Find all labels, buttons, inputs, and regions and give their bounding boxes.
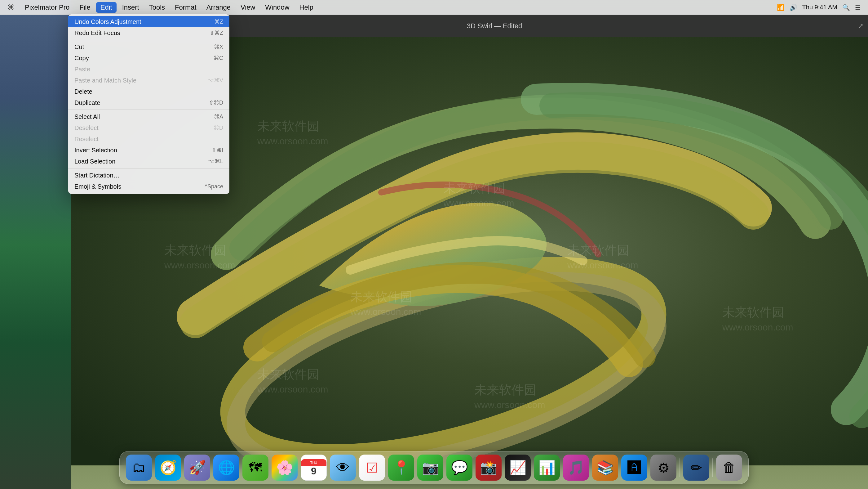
svg-text:www.orsoon.com: www.orsoon.com [257,136,328,146]
edit-dropdown-menu: Undo Colors Adjustment ⌘Z Redo Edit Focu… [68,14,229,194]
menu-item-undo-label: Undo Colors Adjustment [74,18,214,25]
menu-item-duplicate-label: Duplicate [74,99,209,107]
menubar-notification-icon[interactable]: ☰ [855,4,861,11]
menu-item-invert-selection-label: Invert Selection [74,147,211,154]
dock-item-messages[interactable]: 💬 [446,455,472,481]
mountain-background [0,0,71,489]
menu-item-paste: Paste [68,64,229,75]
menu-item-paste-label: Paste [74,66,223,73]
menubar-format[interactable]: Format [170,2,201,13]
menu-item-duplicate[interactable]: Duplicate ⇧⌘D [68,97,229,108]
menubar-file[interactable]: File [75,2,95,13]
menu-item-load-selection-shortcut: ⌥⌘L [208,158,223,165]
menubar: ⌘ Pixelmator Pro File Edit Insert Tools … [0,0,868,15]
menubar-tools[interactable]: Tools [145,2,169,13]
menubar-right: 📶 🔊 Thu 9:41 AM 🔍 ☰ [777,4,861,11]
svg-text:www.orsoon.com: www.orsoon.com [443,198,514,208]
menubar-arrange[interactable]: Arrange [202,2,235,13]
menu-separator-2 [68,110,229,110]
menu-item-delete-label: Delete [74,88,223,95]
menu-item-redo[interactable]: Redo Edit Focus ⇧⌘Z [68,27,229,38]
svg-text:未来软件园: 未来软件园 [567,243,629,257]
menu-item-load-selection[interactable]: Load Selection ⌥⌘L [68,156,229,167]
menubar-help[interactable]: Help [295,2,318,13]
menu-item-delete[interactable]: Delete [68,86,229,97]
svg-text:www.orsoon.com: www.orsoon.com [567,260,638,270]
menu-item-emoji-label: Emoji & Symbols [74,183,205,190]
dock-item-photos[interactable]: 🌸 [272,455,298,481]
apple-menu[interactable]: ⌘ [7,3,14,11]
dock-item-launchpad[interactable]: 🚀 [184,455,210,481]
menu-item-copy-label: Copy [74,55,214,62]
menu-item-paste-match-style: Paste and Match Style ⌥⌘V [68,75,229,86]
menu-separator-1 [68,40,229,40]
dock-item-calendar[interactable]: THU 9 [301,455,327,481]
menu-item-cut-shortcut: ⌘X [214,44,223,50]
dock-item-preview[interactable]: 👁 [330,455,356,481]
menu-item-reselect-label: Reselect [74,136,223,143]
svg-text:未来软件园: 未来软件园 [722,305,784,319]
menubar-insert[interactable]: Insert [118,2,144,13]
menu-item-invert-selection-shortcut: ⇧⌘I [211,147,223,153]
dock-item-appstore[interactable]: 🅰 [621,455,647,481]
svg-text:未来软件园: 未来软件园 [350,290,412,304]
dock-item-maps[interactable]: 🗺 [242,455,269,481]
dock: 🗂 🧭 🚀 🌐 🗺 🌸 THU 9 👁 ☑ 📍 📷 💬 📸 📈 📊 🎵 📚 🅰 … [119,451,749,484]
svg-text:未来软件园: 未来软件园 [164,243,226,257]
menu-item-undo[interactable]: Undo Colors Adjustment ⌘Z [68,16,229,27]
menubar-items: Pixelmator Pro File Edit Insert Tools Fo… [21,2,318,13]
dock-item-reminders[interactable]: ☑ [359,455,385,481]
menu-item-select-all[interactable]: Select All ⌘A [68,111,229,122]
menu-item-undo-shortcut: ⌘Z [214,18,223,25]
dock-item-facetime[interactable]: 📷 [417,455,443,481]
menubar-search-icon[interactable]: 🔍 [842,4,850,11]
menu-item-cut-label: Cut [74,44,214,51]
svg-text:未来软件园: 未来软件园 [474,383,536,397]
dock-item-ibooks[interactable]: 📚 [592,455,618,481]
dock-item-photobooth[interactable]: 📸 [475,455,502,481]
menu-item-redo-label: Redo Edit Focus [74,29,210,37]
dock-item-trash[interactable]: 🗑 [716,455,742,481]
menu-item-select-all-shortcut: ⌘A [214,113,223,120]
svg-text:www.orsoon.com: www.orsoon.com [350,307,421,317]
menu-item-deselect-label: Deselect [74,124,214,132]
menubar-appname[interactable]: Pixelmator Pro [21,2,74,13]
dock-item-maps2[interactable]: 📍 [388,455,414,481]
dock-item-finder[interactable]: 🗂 [126,455,152,481]
dock-item-stocks[interactable]: 📈 [505,455,531,481]
menu-item-paste-match-label: Paste and Match Style [74,77,207,84]
menu-item-paste-match-shortcut: ⌥⌘V [207,77,223,84]
dock-separator2 [712,458,713,477]
menubar-wifi-icon: 📶 [777,4,785,11]
menu-item-emoji[interactable]: Emoji & Symbols ^Space [68,181,229,192]
menu-item-redo-shortcut: ⇧⌘Z [210,29,223,36]
dock-item-itunes[interactable]: 🎵 [563,455,589,481]
svg-text:未来软件园: 未来软件园 [257,119,319,133]
dock-item-safari2[interactable]: 🌐 [213,455,239,481]
menu-item-cut[interactable]: Cut ⌘X [68,41,229,52]
menubar-edit[interactable]: Edit [96,2,117,13]
svg-text:www.orsoon.com: www.orsoon.com [474,400,545,410]
dock-item-pixelmator[interactable]: ✏ [683,455,709,481]
menu-item-load-selection-label: Load Selection [74,158,208,165]
menu-item-invert-selection[interactable]: Invert Selection ⇧⌘I [68,145,229,156]
svg-text:www.orsoon.com: www.orsoon.com [722,322,793,332]
dock-item-systemprefs[interactable]: ⚙ [650,455,676,481]
menu-item-duplicate-shortcut: ⇧⌘D [209,99,223,106]
menu-item-copy[interactable]: Copy ⌘C [68,52,229,64]
menubar-window[interactable]: Window [261,2,293,13]
dock-item-safari[interactable]: 🧭 [155,455,181,481]
menubar-time: Thu 9:41 AM [802,4,837,11]
menu-item-select-all-label: Select All [74,113,214,120]
menu-item-copy-shortcut: ⌘C [214,55,223,61]
menubar-view[interactable]: View [236,2,259,13]
expand-icon[interactable]: ⤢ [856,21,866,31]
menu-item-dictation[interactable]: Start Dictation… [68,170,229,181]
dock-separator [680,458,680,477]
menu-item-deselect: Deselect ⌘D [68,122,229,134]
titlebar-actions: ⤢ ⎋ ↑ ≡ [856,21,868,31]
menu-item-dictation-label: Start Dictation… [74,172,223,179]
svg-text:www.orsoon.com: www.orsoon.com [164,260,235,270]
svg-text:www.orsoon.com: www.orsoon.com [257,384,328,394]
dock-item-numbers[interactable]: 📊 [534,455,560,481]
